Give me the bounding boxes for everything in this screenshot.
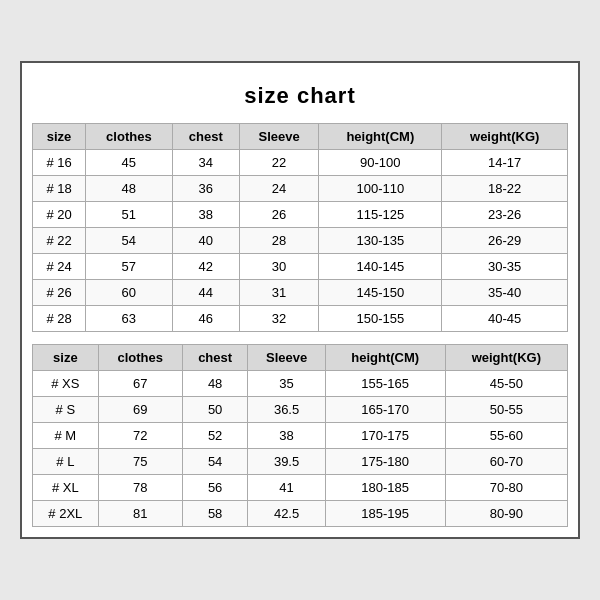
table-cell: 55-60 [445,423,567,449]
table-cell: 180-185 [325,475,445,501]
col2-chest: chest [182,345,248,371]
table-row: # S695036.5165-17050-55 [33,397,568,423]
table-cell: 26 [239,202,318,228]
table-row: # 20513826115-12523-26 [33,202,568,228]
table-cell: # M [33,423,99,449]
table-cell: 31 [239,280,318,306]
table-cell: 165-170 [325,397,445,423]
table-cell: 50-55 [445,397,567,423]
col2-height: height(CM) [325,345,445,371]
table-cell: 46 [172,306,239,332]
col2-sleeve: Sleeve [248,345,325,371]
table-cell: 140-145 [319,254,442,280]
table-cell: 26-29 [442,228,568,254]
table2-body: # XS674835155-16545-50# S695036.5165-170… [33,371,568,527]
table-cell: 39.5 [248,449,325,475]
table-cell: 51 [86,202,172,228]
col-weight: weight(KG) [442,124,568,150]
col-clothes: clothes [86,124,172,150]
table-cell: 115-125 [319,202,442,228]
table-cell: 42.5 [248,501,325,527]
table-cell: # 28 [33,306,86,332]
section-gap [32,332,568,344]
table-cell: # 26 [33,280,86,306]
table-cell: 32 [239,306,318,332]
chart-container: size chart size clothes chest Sleeve hei… [20,61,580,539]
table-row: # 22544028130-13526-29 [33,228,568,254]
size-table-1: size clothes chest Sleeve height(CM) wei… [32,123,568,332]
table-cell: 60-70 [445,449,567,475]
col-size: size [33,124,86,150]
table-cell: 50 [182,397,248,423]
table-cell: 42 [172,254,239,280]
table-row: # XL785641180-18570-80 [33,475,568,501]
table-cell: 54 [182,449,248,475]
table-cell: # 22 [33,228,86,254]
col2-clothes: clothes [98,345,182,371]
table-row: # L755439.5175-18060-70 [33,449,568,475]
table-cell: 70-80 [445,475,567,501]
table-cell: 36.5 [248,397,325,423]
table-cell: 44 [172,280,239,306]
table-cell: 45 [86,150,172,176]
chart-title: size chart [32,73,568,123]
table-cell: 24 [239,176,318,202]
table1-header: size clothes chest Sleeve height(CM) wei… [33,124,568,150]
table2-header: size clothes chest Sleeve height(CM) wei… [33,345,568,371]
table-cell: # 24 [33,254,86,280]
table-cell: 52 [182,423,248,449]
table-cell: 81 [98,501,182,527]
col2-size: size [33,345,99,371]
table-cell: 34 [172,150,239,176]
table-cell: 36 [172,176,239,202]
table-cell: 80-90 [445,501,567,527]
table-row: # 28634632150-15540-45 [33,306,568,332]
table-cell: 155-165 [325,371,445,397]
table-cell: # L [33,449,99,475]
table-cell: # XL [33,475,99,501]
table-cell: 69 [98,397,182,423]
table-cell: 67 [98,371,182,397]
table-row: # 26604431145-15035-40 [33,280,568,306]
table-cell: 28 [239,228,318,254]
table-row: # 1645342290-10014-17 [33,150,568,176]
col-chest: chest [172,124,239,150]
table-cell: 22 [239,150,318,176]
table-cell: # 18 [33,176,86,202]
table-cell: 75 [98,449,182,475]
table-cell: # S [33,397,99,423]
table-cell: 170-175 [325,423,445,449]
table-cell: 63 [86,306,172,332]
table-cell: # 16 [33,150,86,176]
table-cell: 48 [182,371,248,397]
col2-weight: weight(KG) [445,345,567,371]
table-cell: 185-195 [325,501,445,527]
table-cell: # 2XL [33,501,99,527]
table-cell: 100-110 [319,176,442,202]
table-cell: 40-45 [442,306,568,332]
table-cell: 145-150 [319,280,442,306]
size-table-2: size clothes chest Sleeve height(CM) wei… [32,344,568,527]
table-cell: 30-35 [442,254,568,280]
table-cell: 18-22 [442,176,568,202]
table-row: # M725238170-17555-60 [33,423,568,449]
table-row: # 18483624100-11018-22 [33,176,568,202]
table-cell: 40 [172,228,239,254]
table-row: # XS674835155-16545-50 [33,371,568,397]
table-cell: 56 [182,475,248,501]
table-cell: 38 [248,423,325,449]
table-cell: 90-100 [319,150,442,176]
table-cell: 150-155 [319,306,442,332]
table-cell: 54 [86,228,172,254]
table1-body: # 1645342290-10014-17# 18483624100-11018… [33,150,568,332]
table-cell: 130-135 [319,228,442,254]
table-cell: 38 [172,202,239,228]
table-cell: 48 [86,176,172,202]
table-cell: # 20 [33,202,86,228]
table-cell: 57 [86,254,172,280]
table-cell: 72 [98,423,182,449]
table-row: # 24574230140-14530-35 [33,254,568,280]
table-cell: 60 [86,280,172,306]
col-height: height(CM) [319,124,442,150]
table-cell: 78 [98,475,182,501]
